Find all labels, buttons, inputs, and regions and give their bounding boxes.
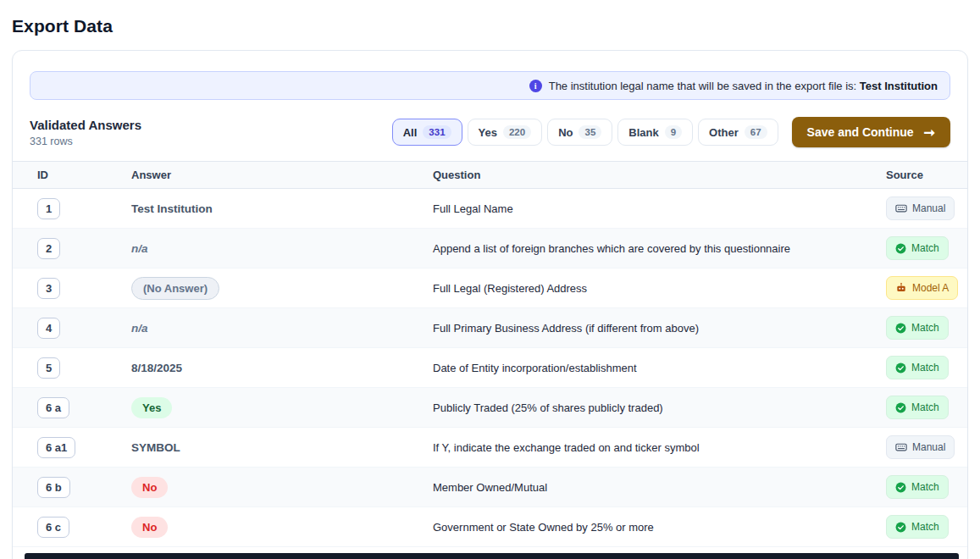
- source-badge-match: Match: [886, 396, 949, 419]
- filter-other[interactable]: Other67: [698, 119, 778, 146]
- arrow-right-icon: ➞: [924, 125, 935, 141]
- source-label: Match: [911, 242, 939, 254]
- row-answer: n/a: [131, 242, 148, 255]
- cell-id: 6 a1: [30, 437, 131, 458]
- table-toolbar: Validated Answers 331 rows All331Yes220N…: [13, 100, 967, 161]
- source-label: Match: [911, 362, 939, 374]
- table-row[interactable]: 2n/aAppend a list of foreign branches wh…: [13, 229, 967, 268]
- filter-all[interactable]: All331: [392, 119, 462, 146]
- section-title: Validated Answers: [30, 118, 141, 132]
- banner-highlight: Test Institution: [860, 80, 938, 92]
- table-row[interactable]: 58/18/2025Date of Entity incorporation/e…: [13, 348, 967, 388]
- cell-source: Manual: [872, 196, 950, 220]
- filter-count-badge: 67: [745, 125, 767, 139]
- check-circle-icon: [895, 363, 906, 374]
- keyboard-icon: [895, 441, 907, 453]
- table-row[interactable]: 6 bNoMember Owned/MutualMatch: [13, 468, 967, 507]
- cell-id: 6 b: [30, 477, 131, 498]
- cell-id: 5: [30, 357, 131, 379]
- cell-answer: n/a: [131, 320, 433, 335]
- filter-blank[interactable]: Blank9: [617, 119, 693, 146]
- cell-id: 6 c: [30, 517, 131, 538]
- robot-icon: [895, 282, 907, 294]
- table-row[interactable]: 6 a1SYMBOLIf Y, indicate the exchange tr…: [13, 428, 967, 468]
- filter-count-badge: 35: [579, 125, 601, 139]
- cell-source: Match: [872, 356, 950, 379]
- cell-source: Match: [872, 316, 950, 340]
- filter-label: All: [403, 126, 418, 139]
- table-body: 1Test InstitutionFull Legal NameManual2n…: [13, 189, 967, 547]
- row-question: Government or State Owned by 25% or more: [433, 521, 872, 534]
- row-count: 331 rows: [30, 136, 141, 147]
- check-circle-icon: [895, 522, 906, 533]
- cell-id: 3: [30, 278, 131, 299]
- filter-label: Other: [709, 126, 739, 139]
- source-badge-match: Match: [886, 316, 949, 340]
- filter-label: Yes: [479, 126, 497, 139]
- cell-id: 4: [30, 318, 131, 339]
- check-circle-icon: [895, 402, 906, 413]
- filter-count-badge: 331: [423, 125, 451, 139]
- cell-answer: Test Institution: [131, 201, 433, 216]
- row-question: Full Legal Name: [433, 202, 872, 215]
- source-label: Match: [911, 481, 939, 493]
- table-row[interactable]: 3(No Answer)Full Legal (Registered) Addr…: [13, 268, 967, 308]
- table-row[interactable]: 4n/aFull Primary Business Address (if di…: [13, 308, 967, 348]
- check-circle-icon: [895, 243, 906, 254]
- cell-source: Manual: [872, 435, 950, 459]
- source-badge-model: Model A: [886, 276, 958, 300]
- save-and-continue-button[interactable]: Save and Continue ➞: [792, 117, 950, 147]
- filter-yes[interactable]: Yes220: [468, 119, 543, 146]
- row-question: Publicly Traded (25% of shares publicly …: [433, 401, 872, 414]
- cell-source: Match: [872, 515, 950, 539]
- table-row[interactable]: 6 aYesPublicly Traded (25% of shares pub…: [13, 388, 967, 428]
- source-label: Match: [911, 401, 939, 413]
- cell-source: Match: [872, 396, 950, 419]
- cell-id: 6 a: [30, 397, 131, 418]
- row-id-badge: 2: [37, 238, 60, 259]
- cell-answer: n/a: [131, 241, 433, 256]
- filter-label: Blank: [628, 126, 658, 139]
- row-question: Full Primary Business Address (if differ…: [433, 322, 872, 335]
- cell-source: Model A: [872, 276, 950, 300]
- export-card: i The institution legal name that will b…: [12, 50, 968, 559]
- info-banner: i The institution legal name that will b…: [30, 71, 950, 100]
- row-question: Date of Entity incorporation/establishme…: [433, 362, 872, 374]
- row-answer: SYMBOL: [131, 441, 180, 454]
- cell-id: 1: [30, 198, 131, 219]
- row-answer: Yes: [131, 397, 172, 418]
- cell-answer: No: [131, 517, 433, 538]
- filter-no[interactable]: No35: [547, 119, 612, 146]
- source-badge-manual: Manual: [886, 196, 955, 220]
- column-header-answer: Answer: [131, 169, 433, 181]
- row-id-badge: 4: [37, 318, 60, 339]
- save-button-label: Save and Continue: [807, 125, 914, 139]
- row-question: Append a list of foreign branches which …: [433, 242, 872, 255]
- row-question: If Y, indicate the exchange traded on an…: [433, 441, 872, 454]
- source-label: Match: [911, 521, 939, 533]
- row-id-badge: 6 a1: [37, 437, 75, 458]
- source-label: Model A: [912, 282, 949, 294]
- cell-answer: Yes: [131, 397, 433, 418]
- row-id-badge: 6 c: [37, 517, 69, 538]
- row-answer: Test Institution: [131, 202, 213, 215]
- section-title-block: Validated Answers 331 rows: [30, 118, 141, 147]
- banner-text: The institution legal name that will be …: [549, 80, 938, 92]
- row-answer: No: [131, 477, 168, 498]
- source-badge-match: Match: [886, 515, 949, 539]
- table-row[interactable]: 1Test InstitutionFull Legal NameManual: [13, 189, 967, 229]
- filter-label: No: [558, 126, 573, 139]
- row-question: Member Owned/Mutual: [433, 481, 872, 494]
- row-answer: No: [131, 517, 168, 538]
- filter-count-badge: 9: [665, 125, 682, 139]
- check-circle-icon: [895, 323, 906, 334]
- cell-answer: 8/18/2025: [131, 360, 433, 375]
- table-row[interactable]: 6 cNoGovernment or State Owned by 25% or…: [13, 507, 967, 547]
- row-id-badge: 3: [37, 278, 60, 299]
- table-header: ID Answer Question Source: [13, 161, 967, 189]
- row-question: Full Legal (Registered) Address: [433, 282, 872, 295]
- keyboard-icon: [895, 202, 907, 214]
- row-id-badge: 6 b: [37, 477, 70, 498]
- check-circle-icon: [895, 482, 906, 493]
- row-id-badge: 6 a: [37, 397, 69, 418]
